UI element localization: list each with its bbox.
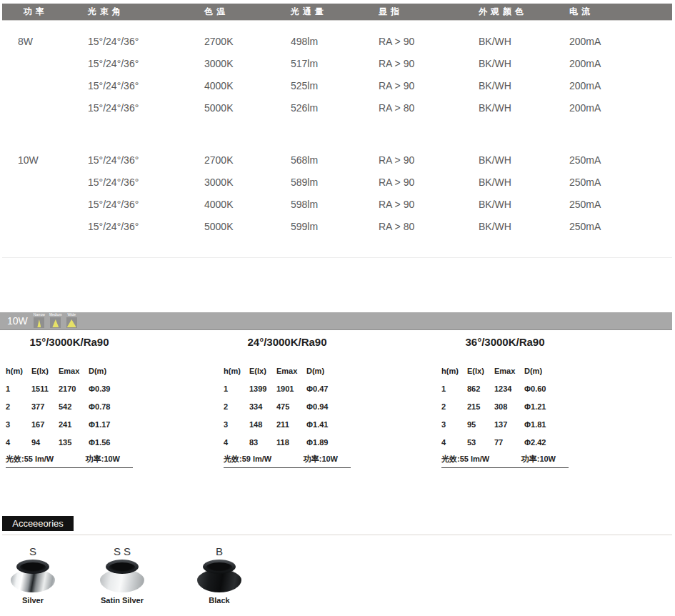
pho-col-header-1: E(lx)	[467, 367, 494, 375]
pho-col-header-3: D(m)	[89, 367, 133, 375]
pho-col-header-1: E(lx)	[249, 367, 276, 375]
beam-cone-shape	[67, 319, 76, 327]
spec-cell-flux: 526lm	[291, 102, 379, 114]
spec-cell-cct: 4000K	[204, 199, 291, 210]
pho-cell-1: 53	[467, 438, 494, 447]
spec-cell-beam-angle: 15°/24°/36°	[88, 58, 204, 69]
medium-beam-icon: Medium	[49, 312, 62, 328]
spec-table-body: 8W15°/24°/36°2700K498lmRA > 90BK/WH200mA…	[2, 30, 672, 237]
spec-header-cell-3: 光通量	[291, 6, 379, 18]
spec-cell-cct: 5000K	[204, 102, 291, 114]
pho-cell-3: Φ1.41	[306, 420, 351, 429]
black-ring-image	[196, 560, 242, 592]
spec-cell-beam-angle: 15°/24°/36°	[88, 80, 204, 91]
beam-cone-shape	[52, 319, 59, 327]
pho-cell-0: 1	[224, 384, 249, 393]
pho-col-header-2: Emax	[276, 367, 306, 375]
accessory-code: S	[29, 546, 36, 557]
pho-cell-3: Φ1.81	[524, 420, 569, 429]
pho-cell-0: 3	[224, 420, 249, 429]
spec-cell-flux: 525lm	[291, 80, 379, 91]
spec-cell-beam-angle: 15°/24°/36°	[88, 199, 204, 210]
pho-cell-1: 1399	[249, 384, 276, 393]
pho-footer-power: 功率:10W	[304, 454, 351, 465]
pho-footer-efficacy: 光效:59 lm/W	[224, 454, 271, 465]
pho-cell-1: 377	[31, 402, 59, 411]
spec-row: 15°/24°/36°4000K525lmRA > 90BK/WH200mA	[2, 74, 672, 96]
photometric-data-row: 483118Φ1.89	[224, 433, 351, 451]
spec-row: 10W15°/24°/36°2700K568lmRA > 90BK/WH250m…	[2, 149, 672, 171]
photometric-data-row: 494135Φ1.56	[6, 433, 133, 451]
spec-cell-flux: 498lm	[291, 36, 379, 47]
spec-row: 15°/24°/36°3000K589lmRA > 90BK/WH250mA	[2, 171, 672, 193]
spec-cell-cct: 3000K	[204, 177, 291, 188]
beam-label: Wide	[68, 312, 76, 317]
spec-cell-cri: RA > 80	[379, 102, 479, 114]
pho-cell-0: 4	[441, 438, 467, 447]
spec-cell-beam-angle: 15°/24°/36°	[88, 221, 204, 232]
photometric-footer: 光效:55 lm/W功率:10W	[6, 452, 133, 468]
pho-cell-0: 4	[6, 438, 31, 447]
photometric-data-row: 113991901Φ0.47	[224, 379, 351, 397]
spec-cell-flux: 599lm	[291, 221, 379, 232]
beam-label: Medium	[49, 312, 62, 317]
photometric-power-label: 10W	[7, 315, 28, 327]
beam-tile	[66, 317, 77, 328]
photometric-footer: 光效:59 lm/W功率:10W	[224, 452, 351, 468]
pho-cell-3: Φ1.21	[524, 402, 569, 411]
pho-cell-3: Φ2.42	[524, 438, 569, 447]
ring-rim-inner	[109, 562, 135, 572]
pho-footer-efficacy: 光效:55 lm/W	[441, 454, 489, 465]
narrow-beam-icon: Narrow	[34, 312, 45, 328]
ring-rim-inner	[206, 562, 232, 572]
pho-cell-2: 542	[59, 402, 89, 411]
spec-cell-flux: 589lm	[291, 177, 379, 188]
pho-cell-2: 77	[494, 438, 524, 447]
spec-cell-current: 200mA	[569, 102, 672, 114]
beam-label: Narrow	[34, 312, 45, 317]
beam-icons-group: NarrowMediumWide	[34, 312, 77, 328]
accessories-divider	[2, 535, 672, 535]
spec-row: 15°/24°/36°5000K526lmRA > 80BK/WH200mA	[2, 96, 672, 119]
accessories-title-box: Acceeeories	[2, 516, 74, 531]
spec-header-cell-6: 电流	[569, 6, 672, 18]
photometric-tables: 15°/3000K/Ra90h(m)E(lx)EmaxD(m)115112170…	[0, 336, 675, 475]
photometric-data-row: 18621234Φ0.60	[441, 379, 569, 397]
accessory-label: Satin Silver	[101, 596, 144, 605]
silver-ring-image	[10, 560, 56, 592]
spec-cell-current: 250mA	[569, 199, 672, 210]
pho-cell-0: 3	[441, 420, 467, 429]
spec-row: 15°/24°/36°3000K517lmRA > 90BK/WH200mA	[2, 52, 672, 74]
pho-cell-0: 2	[441, 402, 467, 411]
ring-rim-inner	[20, 562, 46, 572]
pho-col-header-3: D(m)	[524, 367, 569, 375]
spec-cell-cri: RA > 90	[379, 154, 479, 166]
spec-cell-current: 200mA	[569, 58, 672, 69]
photometric-footer: 光效:55 lm/W功率:10W	[441, 452, 569, 468]
accessory-label: Black	[209, 596, 229, 605]
photometric-table-title: 15°/3000K/Ra90	[6, 336, 133, 347]
photometric-data-row: 2215308Φ1.21	[441, 397, 569, 415]
accessory-item-satin: S SSatin Silver	[86, 546, 159, 605]
photometric-header-row: h(m)E(lx)EmaxD(m)	[441, 362, 569, 379]
pho-cell-3: Φ1.56	[89, 438, 133, 447]
spec-cell-cri: RA > 90	[379, 80, 479, 91]
pho-cell-0: 2	[224, 402, 249, 411]
spec-cell-cct: 4000K	[204, 80, 291, 91]
pho-cell-2: 137	[494, 420, 524, 429]
photometric-data-row: 395137Φ1.81	[441, 415, 569, 433]
photometric-header-row: h(m)E(lx)EmaxD(m)	[224, 362, 351, 379]
spec-row: 8W15°/24°/36°2700K498lmRA > 90BK/WH200mA	[2, 30, 672, 52]
photometric-table-1: 24°/3000K/Ra90h(m)E(lx)EmaxD(m)113991901…	[224, 336, 351, 468]
pho-cell-3: Φ0.78	[89, 402, 133, 411]
spec-cell-cct: 2700K	[204, 154, 291, 166]
spec-cell-current: 200mA	[569, 80, 672, 91]
spec-cell-flux: 568lm	[291, 154, 379, 166]
pho-footer-power: 功率:10W	[86, 454, 133, 465]
pho-col-header-3: D(m)	[306, 367, 351, 375]
pho-col-header-0: h(m)	[224, 367, 249, 375]
spec-group-10W: 10W15°/24°/36°2700K568lmRA > 90BK/WH250m…	[2, 149, 672, 237]
pho-col-header-2: Emax	[494, 367, 524, 375]
pho-col-header-0: h(m)	[441, 367, 467, 375]
spec-cell-housing-color: BK/WH	[479, 80, 569, 91]
